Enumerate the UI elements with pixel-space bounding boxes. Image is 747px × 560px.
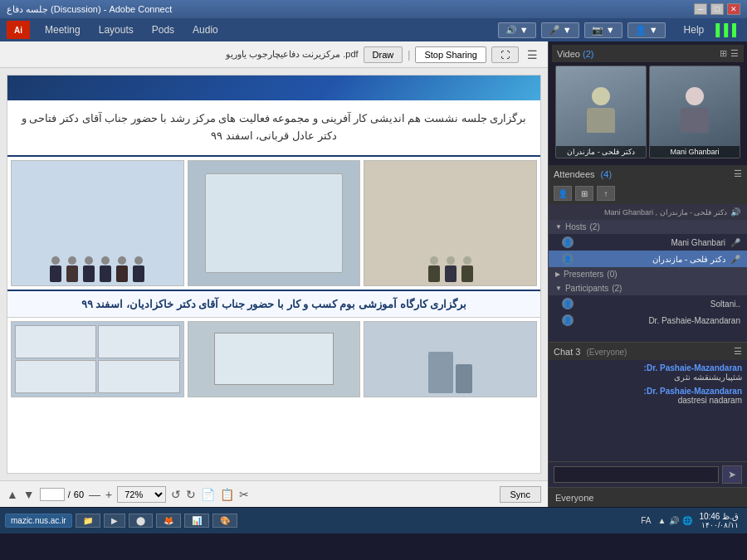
attendee-tool-1[interactable]: 👤: [554, 186, 572, 201]
chat-title: Chat 3 (Everyone): [554, 347, 627, 357]
content-area: pdf. مرکزیرنت دفاعیچارجوب یاوریو Draw | …: [0, 41, 548, 507]
adobe-logo: Ai: [7, 21, 30, 39]
video-grid: دکتر فلحی - مازندران Mani Ghanbari: [552, 62, 744, 162]
attendee-tool-2[interactable]: ⊞: [575, 186, 593, 201]
active-attendee-row: 🔊 دکتر فلحی - مازندران , Mani Ghanbari: [549, 204, 747, 220]
attendee-name-mani: Mani Ghanbari: [579, 238, 725, 247]
slide-image-3: [364, 160, 537, 286]
attendee-tool-3[interactable]: ↑: [597, 186, 615, 201]
toolbar-separator: |: [408, 49, 410, 61]
menu-bar: Ai Meeting Layouts Pods Audio 🔊 ▼ 🎤 ▼ 📷 …: [0, 18, 747, 41]
minimize-button[interactable]: ─: [694, 3, 707, 15]
taskbar-app-excel[interactable]: 📊: [184, 514, 209, 528]
presenters-group-header[interactable]: ▶ Presenters (0): [549, 267, 747, 281]
video-cell-1: دکتر فلحی - مازندران: [555, 66, 647, 158]
stop-sharing-button[interactable]: Stop Sharing: [415, 46, 486, 63]
menu-icon-group: 🔊 ▼ 🎤 ▼ 📷 ▼ 👤 ▼ Help ▌▌▌: [498, 21, 740, 39]
share-btn[interactable]: 👤 ▼: [627, 22, 666, 38]
presenters-count: (0): [607, 270, 617, 279]
sync-button[interactable]: Sync: [500, 486, 541, 503]
mic-btn[interactable]: 🎤 ▼: [541, 22, 579, 38]
slide-display: برگزاری جلسه نشست هم اندیشی کار آفرینی و…: [7, 75, 541, 474]
attendee-mani[interactable]: 👤 Mani Ghanbari 🎤: [549, 234, 747, 251]
video-label-1: دکتر فلحی - مازندران: [556, 146, 646, 158]
fullscreen-button[interactable]: ⛶: [491, 46, 519, 63]
hosts-group-header[interactable]: ▼ Hosts (2): [549, 220, 747, 234]
participants-count: (2): [612, 284, 622, 293]
taskbar-start[interactable]: mazic.nus.ac.ir: [5, 514, 72, 528]
zoom-out-button[interactable]: —: [89, 488, 100, 501]
taskbar-app-media[interactable]: ▶: [104, 514, 125, 528]
attendees-title: Attendees (4): [554, 169, 612, 179]
slide-header-bar: [7, 75, 540, 100]
page-separator: /: [68, 489, 71, 499]
slide-image-2: [188, 160, 361, 286]
chat-menu-icon[interactable]: ☰: [734, 346, 742, 357]
taskbar-app-folder[interactable]: 📁: [76, 514, 100, 528]
tool1-button[interactable]: 📄: [201, 488, 215, 501]
attendee-soltani[interactable]: 👤 ..Soltani: [549, 295, 747, 312]
slide-images-group2: [7, 318, 540, 401]
slide-image-6: [364, 321, 537, 397]
zoom-select[interactable]: 72%50%100%150%: [117, 486, 166, 503]
toolbar-menu-button[interactable]: ☰: [524, 46, 541, 63]
maximize-button[interactable]: □: [710, 3, 724, 15]
chat-sender-2: Dr. Pashaie-Mazandaran:: [554, 387, 742, 396]
slide-images-group1: [7, 157, 540, 290]
menu-audio[interactable]: Audio: [184, 21, 227, 39]
slide-content: برگزاری جلسه نشست هم اندیشی کار آفرینی و…: [7, 75, 540, 473]
redo-button[interactable]: ↻: [186, 488, 196, 501]
undo-button[interactable]: ↺: [171, 488, 181, 501]
taskbar-app-paint[interactable]: 🎨: [212, 514, 237, 528]
nav-down-button[interactable]: ▼: [23, 488, 35, 501]
page-input[interactable]: 48: [40, 488, 65, 501]
slide-image-4: [11, 321, 184, 397]
total-pages: 60: [74, 489, 84, 499]
nav-up-button[interactable]: ▲: [7, 488, 18, 501]
audio-btn[interactable]: 🔊 ▼: [498, 22, 536, 38]
attendees-section: Attendees (4) ☰ 👤 ⊞ ↑ 🔊 دکتر فلحی - مازن…: [549, 165, 747, 342]
title-bar: جلسه دفاع (Discussion) - Adobe Connect ─…: [0, 0, 747, 18]
zoom-bar: ▲ ▼ 48 / 60 — + 72%50%100%150% ↺ ↻ 📄 📋 ✂…: [0, 480, 548, 507]
tool2-button[interactable]: 📋: [220, 488, 234, 501]
taskbar-app-chrome[interactable]: ⬤: [129, 514, 153, 528]
attendee-avatar-mani: 👤: [562, 236, 574, 248]
close-button[interactable]: ✕: [727, 3, 740, 15]
chat-send-button[interactable]: ➤: [722, 465, 742, 484]
chat-section: Chat 3 (Everyone) ☰ Dr. Pashaie-Mazandar…: [549, 342, 747, 487]
attendees-panel-header: Attendees (4) ☰: [549, 165, 747, 183]
page-indicator: 48 / 60: [40, 488, 84, 501]
hosts-label: Hosts: [565, 222, 587, 231]
menu-pods[interactable]: Pods: [144, 21, 183, 39]
attendee-falahi[interactable]: 👤 دکتر فلحی - مازندران 🎤: [549, 251, 747, 267]
video-grid-icon[interactable]: ⊞: [720, 48, 727, 59]
attendee-name-soltani: ..Soltani: [579, 299, 740, 309]
camera-btn[interactable]: 📷 ▼: [584, 22, 622, 38]
attendee-pashaie[interactable]: 👤 Dr. Pashaie-Mazandaran: [549, 312, 747, 329]
video-panel-header: Video (2) ⊞ ☰: [552, 45, 744, 62]
video-menu-icon[interactable]: ☰: [730, 48, 739, 59]
menu-layouts[interactable]: Layouts: [90, 21, 142, 39]
help-label[interactable]: Help: [677, 21, 711, 39]
video-header-icons: ⊞ ☰: [720, 48, 739, 59]
zoom-in-button[interactable]: +: [105, 488, 112, 501]
chat-sender-1: Dr. Pashaie-Mazandaran:: [554, 363, 742, 373]
attendee-name-falahi: دکتر فلحی - مازندران: [579, 255, 725, 264]
chat-input[interactable]: [554, 466, 719, 483]
menu-meeting[interactable]: Meeting: [37, 21, 89, 39]
video-cell-2: Mani Ghanbari: [649, 66, 740, 158]
slide-section2-title: برگزاری کارگاه آموزشی بوم کسب و کار با ح…: [7, 290, 540, 318]
presenters-label: Presenters: [564, 270, 603, 279]
attendees-menu-icon[interactable]: ☰: [734, 168, 742, 179]
everyone-label: Everyone: [555, 493, 593, 503]
chat-header-icons: ☰: [734, 346, 742, 357]
everyone-bar: Everyone: [549, 487, 747, 507]
draw-button[interactable]: Draw: [364, 46, 403, 63]
mic-icon-mani: 🎤: [730, 238, 740, 247]
taskbar-system-icons: ▲🔊🌐: [658, 516, 693, 525]
signal-icon: ▌▌▌: [715, 23, 740, 37]
taskbar-app-firefox[interactable]: 🦊: [156, 514, 181, 528]
tool3-button[interactable]: ✂: [239, 488, 249, 501]
video-label-2: Mani Ghanbari: [650, 146, 740, 158]
participants-group-header[interactable]: ▼ Participants (2): [549, 281, 747, 295]
